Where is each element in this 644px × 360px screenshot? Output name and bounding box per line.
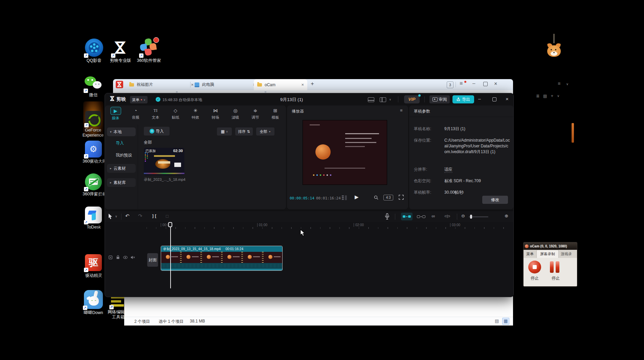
- sidebar-item-assets[interactable]: ▸ 素材库: [107, 178, 136, 187]
- player-menu-icon[interactable]: ≡: [400, 108, 403, 113]
- media-filename: 录制_2023_..._5_18.mp4: [144, 177, 185, 182]
- transitions-icon: ⋈: [210, 107, 221, 114]
- chevron-down-icon[interactable]: ∨: [115, 215, 117, 218]
- menu-button[interactable]: 菜单 ∨: [130, 96, 148, 103]
- ocam-stop-button[interactable]: [528, 261, 541, 273]
- chevron-down-icon[interactable]: ∨: [389, 98, 391, 101]
- ocam-tab-game-record[interactable]: 游戏录制: [559, 250, 572, 258]
- window-minimize-button[interactable]: –: [478, 96, 481, 101]
- tab-adjust[interactable]: ≑调节: [246, 107, 265, 121]
- layout-columns-icon[interactable]: [380, 97, 386, 102]
- import-button[interactable]: + 导入: [144, 127, 170, 136]
- tab-transitions[interactable]: ⋈转场: [206, 107, 225, 121]
- sidebar-item-presets[interactable]: 我的预设: [116, 152, 132, 158]
- cover-button[interactable]: 封面: [147, 253, 158, 267]
- sidebar-item-import[interactable]: 导入: [116, 140, 124, 146]
- new-tab-button[interactable]: +: [311, 80, 314, 87]
- preview-axis-icon[interactable]: ⊂|⊃: [444, 214, 450, 218]
- zoom-out-icon[interactable]: ⊖: [461, 213, 465, 218]
- undo-icon[interactable]: ↶: [125, 213, 130, 219]
- vip-badge[interactable]: VIP: [404, 95, 420, 103]
- tab-label: 贴纸: [166, 115, 185, 120]
- delete-icon[interactable]: □: [166, 214, 169, 219]
- play-button[interactable]: ▶: [355, 194, 359, 200]
- background-toolbar-icons[interactable]: ≣ ▤ + ∨: [536, 93, 559, 98]
- window-maximize-button[interactable]: [492, 97, 496, 101]
- microphone-icon[interactable]: [385, 213, 390, 220]
- window-maximize-button[interactable]: [483, 82, 488, 86]
- color-space-label: 色彩空间:: [414, 178, 431, 184]
- view-grid-icon[interactable]: ▦: [502, 318, 509, 325]
- clip-audio-waveform: [161, 263, 282, 270]
- view-mode-button[interactable]: ▦ ∨: [217, 127, 232, 136]
- export-button[interactable]: 导出: [452, 95, 474, 103]
- icon-label: 驱动精灵: [83, 273, 105, 279]
- link-icon[interactable]: ∞: [431, 213, 435, 219]
- zoom-in-icon[interactable]: ⊕: [505, 213, 508, 218]
- tab-blessing-images[interactable]: 祝福图片 ×: [127, 79, 196, 90]
- fullscreen-icon[interactable]: [399, 195, 404, 200]
- select-tool-icon[interactable]: [108, 214, 113, 219]
- review-button[interactable]: ▶ 审阅: [429, 95, 450, 103]
- sort-button[interactable]: 排序 ⇅: [235, 127, 253, 136]
- tab-effects[interactable]: ✳特效: [186, 107, 205, 121]
- icon-label: 360驱动大师: [83, 159, 105, 164]
- modify-button[interactable]: 修改: [482, 196, 508, 204]
- fit-zoom-icon[interactable]: [374, 195, 379, 200]
- window-close-button[interactable]: ×: [494, 81, 497, 87]
- ocam-menu-item[interactable]: 菜单: [524, 250, 536, 258]
- timeline-clip[interactable]: 录制_2023_09_13_15_44_15_18.mp4 00:01:16:2…: [161, 246, 283, 271]
- export-label: 导出: [462, 97, 470, 102]
- tab-filters[interactable]: ◎滤镜: [226, 107, 245, 121]
- adjust-icon: ≑: [250, 107, 261, 114]
- explorer-menu-icon[interactable]: ≡: [460, 80, 463, 87]
- ocam-tab-screen-record[interactable]: 屏幕录制: [536, 250, 559, 258]
- tab-this-pc[interactable]: 此电脑 ×: [192, 79, 258, 90]
- tab-close-icon[interactable]: ×: [301, 82, 304, 87]
- tab-audio[interactable]: ◔音频: [126, 107, 145, 121]
- filter-button[interactable]: 全部 ▼: [256, 127, 274, 136]
- frames-icon[interactable]: [342, 195, 344, 200]
- redo-icon[interactable]: ↷: [138, 213, 142, 219]
- tab-templates[interactable]: ⊞模板: [266, 107, 285, 121]
- track-range-icon[interactable]: [108, 255, 113, 260]
- playhead-handle[interactable]: [168, 222, 172, 227]
- sidebar-item-local[interactable]: ▾ 本地: [107, 127, 136, 136]
- menu-icon[interactable]: ≡: [558, 81, 560, 86]
- chevron-down-icon[interactable]: ∨: [557, 94, 559, 98]
- tab-label: 文本: [146, 115, 165, 120]
- lock-icon[interactable]: [115, 255, 120, 260]
- slider-handle[interactable]: [470, 215, 472, 219]
- media-library-panel: ▶媒体 ◔音频 TI文本 ◇贴纸 ✳特效 ⋈转场 ◎滤镜 ≑调节 ⊞模板 ▾ 本…: [105, 105, 286, 209]
- ocam-pause-button[interactable]: [550, 261, 559, 273]
- tab-count-badge[interactable]: 3: [447, 81, 453, 88]
- tab-media[interactable]: ▶媒体: [106, 107, 125, 121]
- plus-icon[interactable]: +: [551, 93, 553, 98]
- auto-snap-icon[interactable]: [416, 213, 426, 220]
- view-icon[interactable]: ▤: [543, 94, 547, 98]
- aspect-ratio-button[interactable]: 4:3: [383, 195, 393, 200]
- layout-panels-icon[interactable]: [368, 97, 374, 102]
- tab-text[interactable]: TI文本: [146, 107, 165, 121]
- timeline-area[interactable]: 00:00 01:00 02:00 03:00 封面 录制_2023_09_13…: [105, 222, 513, 296]
- tab-sticker[interactable]: ◇贴纸: [166, 107, 185, 121]
- tab-ocam-active[interactable]: oCam ×: [254, 79, 307, 90]
- chevron-down-icon[interactable]: ∨: [566, 82, 569, 86]
- timeline-zoom-slider[interactable]: [469, 216, 488, 217]
- list-icon[interactable]: ≣: [536, 94, 539, 98]
- folder-icon: [257, 83, 262, 87]
- timeline-ruler[interactable]: 00:00 01:00 02:00 03:00: [147, 222, 512, 230]
- media-thumbnail[interactable]: 已添加 02:30: [144, 148, 184, 175]
- duration-badge: 02:30: [173, 149, 183, 153]
- window-minimize-button[interactable]: –: [472, 80, 475, 86]
- sidebar-item-cloud[interactable]: ▸ 云素材: [107, 164, 136, 173]
- split-icon[interactable]: ][: [152, 214, 157, 219]
- playhead-line[interactable]: [170, 222, 171, 288]
- eye-icon[interactable]: [123, 255, 128, 260]
- background-window-controls[interactable]: ≡ ∨: [558, 80, 569, 87]
- window-close-button[interactable]: ×: [506, 96, 509, 102]
- mute-speaker-icon[interactable]: [130, 255, 135, 260]
- vip-label: VIP: [408, 97, 416, 102]
- main-track-magnet-icon[interactable]: [401, 213, 413, 220]
- view-list-icon[interactable]: ▤: [495, 318, 499, 323]
